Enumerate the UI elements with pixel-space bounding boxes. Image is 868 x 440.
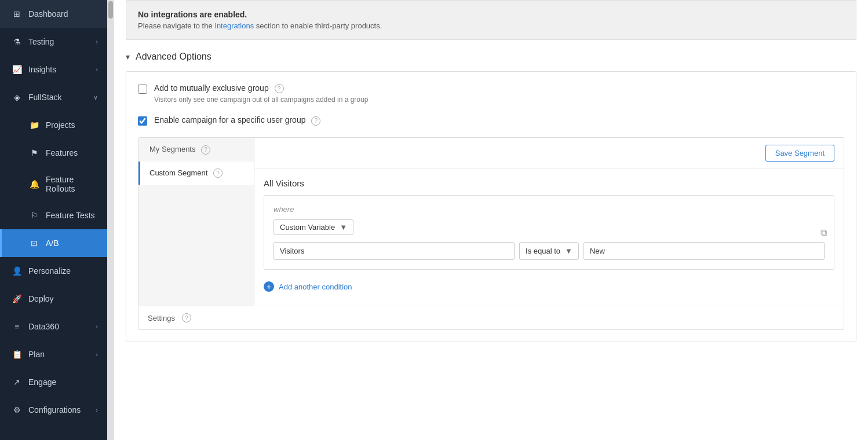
sidebar-item-plan[interactable]: 📋 Plan › — [0, 340, 107, 368]
sidebar-item-label: FullStack — [28, 93, 93, 102]
sidebar-item-dashboard[interactable]: ⊞ Dashboard — [0, 0, 107, 28]
advanced-options-title: Advanced Options — [136, 52, 211, 62]
chevron-right-icon: › — [96, 323, 98, 330]
user-group-label: Enable campaign for a specific user grou… — [154, 115, 305, 124]
segment-filter-box: where Custom Variable ▼ Is equal to — [264, 195, 834, 270]
projects-icon: 📁 — [28, 119, 40, 131]
save-segment-button[interactable]: Save Segment — [765, 145, 834, 162]
sidebar-item-label: Feature Tests — [46, 211, 98, 220]
sidebar-item-label: Feature Rollouts — [46, 175, 98, 193]
sidebar-item-ab[interactable]: ⊡ A/B — [0, 229, 107, 257]
sidebar-item-label: Plan — [28, 350, 96, 359]
segment-content: All Visitors where Custom Variable ▼ — [254, 169, 844, 306]
all-visitors-title: All Visitors — [264, 178, 834, 188]
operator-label: Is equal to — [526, 247, 560, 255]
testing-icon: ⚗ — [11, 36, 23, 47]
settings-row: Settings ? — [138, 306, 844, 329]
banner-desc: Please navigate to the Integrations sect… — [138, 21, 844, 30]
configurations-icon: ⚙ — [11, 404, 23, 416]
segment-sidebar: My Segments ? Custom Segment ? — [138, 138, 254, 306]
segment-main: Save Segment All Visitors where Custom V… — [254, 138, 844, 306]
sidebar-item-features[interactable]: ⚑ Features — [0, 139, 107, 167]
custom-variable-label: Custom Variable — [280, 223, 335, 232]
sidebar-item-label: Insights — [28, 65, 96, 74]
add-condition-plus-icon: + — [264, 281, 274, 292]
sidebar-item-deploy[interactable]: 🚀 Deploy — [0, 285, 107, 313]
banner-desc-prefix: Please navigate to the — [138, 21, 214, 30]
operator-caret-icon: ▼ — [565, 247, 572, 255]
custom-variable-select[interactable]: Custom Variable ▼ — [273, 219, 353, 235]
rollouts-icon: 🔔 — [28, 178, 40, 190]
main-content: No integrations are enabled. Please navi… — [114, 0, 868, 440]
no-integrations-banner: No integrations are enabled. Please navi… — [126, 0, 856, 40]
settings-help-icon[interactable]: ? — [182, 313, 191, 322]
operator-select[interactable]: Is equal to ▼ — [519, 242, 579, 260]
settings-label: Settings — [148, 314, 175, 322]
data360-icon: ≡ — [11, 321, 23, 332]
my-segments-item[interactable]: My Segments ? — [138, 138, 254, 162]
ab-icon: ⊡ — [28, 237, 40, 249]
mutually-exclusive-checkbox[interactable] — [138, 85, 147, 94]
sidebar-item-personalize[interactable]: 👤 Personalize — [0, 257, 107, 285]
mutually-exclusive-label: Add to mutually exclusive group — [154, 83, 269, 93]
value-input[interactable] — [583, 242, 825, 260]
feature-tests-icon: ⚐ — [28, 210, 40, 221]
sidebar-item-label: Features — [46, 148, 98, 157]
chevron-right-icon: › — [96, 66, 98, 73]
advanced-options-header[interactable]: ▾ Advanced Options — [126, 52, 856, 62]
segment-section: My Segments ? Custom Segment ? — [138, 137, 844, 330]
sidebar-item-label: Deploy — [28, 294, 98, 303]
scrollbar[interactable] — [107, 0, 114, 440]
sidebar-item-testing[interactable]: ⚗ Testing › — [0, 28, 107, 56]
chevron-right-icon: › — [96, 38, 98, 45]
sidebar-item-data360[interactable]: ≡ Data360 › — [0, 313, 107, 340]
sidebar-item-projects[interactable]: 📁 Projects — [0, 111, 107, 139]
sidebar-item-label: A/B — [46, 239, 98, 248]
segment-top-bar: Save Segment — [254, 138, 844, 169]
sidebar: ⊞ Dashboard ⚗ Testing › 📈 Insights › ◈ F… — [0, 0, 107, 440]
sidebar-item-label: Projects — [46, 120, 98, 130]
sidebar-item-label: Dashboard — [28, 9, 98, 19]
sidebar-item-label: Configurations — [28, 405, 96, 415]
sidebar-item-insights[interactable]: 📈 Insights › — [0, 56, 107, 83]
banner-desc-suffix: section to enable third-party products. — [254, 21, 382, 30]
engage-icon: ↗ — [11, 376, 23, 388]
sidebar-item-feature-rollouts[interactable]: 🔔 Feature Rollouts — [0, 167, 107, 201]
sidebar-item-fullstack[interactable]: ◈ FullStack ∨ — [0, 83, 107, 111]
my-segments-help-icon[interactable]: ? — [201, 145, 210, 155]
add-condition-button[interactable]: + Add another condition — [264, 277, 834, 296]
chevron-right-icon: › — [96, 406, 98, 413]
plan-icon: 📋 — [11, 349, 23, 360]
sidebar-item-label: Testing — [28, 37, 96, 46]
sidebar-item-label: Engage — [28, 377, 98, 387]
custom-segment-help-icon[interactable]: ? — [213, 168, 223, 178]
custom-segment-item[interactable]: Custom Segment ? — [138, 162, 254, 185]
mutually-exclusive-row: Add to mutually exclusive group ? Visito… — [138, 83, 844, 104]
sidebar-item-label: Personalize — [28, 266, 98, 276]
mutually-exclusive-help-icon[interactable]: ? — [275, 84, 284, 93]
banner-title: No integrations are enabled. — [138, 10, 844, 19]
sidebar-item-engage[interactable]: ↗ Engage — [0, 368, 107, 396]
segment-layout: My Segments ? Custom Segment ? — [138, 138, 844, 306]
user-group-row: Enable campaign for a specific user grou… — [138, 115, 844, 126]
visitors-input[interactable] — [273, 242, 515, 260]
scrollbar-thumb[interactable] — [108, 1, 113, 19]
custom-variable-caret-icon: ▼ — [340, 223, 347, 232]
advanced-options-card: Add to mutually exclusive group ? Visito… — [126, 71, 856, 342]
chevron-right-icon: › — [96, 351, 98, 358]
fullstack-icon: ◈ — [11, 91, 23, 103]
mutually-exclusive-desc: Visitors only see one campaign out of al… — [154, 96, 368, 104]
dashboard-icon: ⊞ — [11, 8, 23, 20]
features-icon: ⚑ — [28, 147, 40, 159]
user-group-checkbox[interactable] — [138, 116, 147, 126]
copy-icon[interactable]: ⧉ — [820, 228, 827, 238]
personalize-icon: 👤 — [11, 265, 23, 277]
deploy-icon: 🚀 — [11, 293, 23, 305]
collapse-arrow-icon: ▾ — [126, 52, 130, 61]
sidebar-item-configurations[interactable]: ⚙ Configurations › — [0, 396, 107, 424]
integrations-link[interactable]: Integrations — [214, 21, 254, 30]
sidebar-item-label: Data360 — [28, 322, 96, 331]
sidebar-item-feature-tests[interactable]: ⚐ Feature Tests — [0, 201, 107, 229]
user-group-help-icon[interactable]: ? — [311, 116, 320, 126]
add-condition-label: Add another condition — [279, 283, 352, 291]
